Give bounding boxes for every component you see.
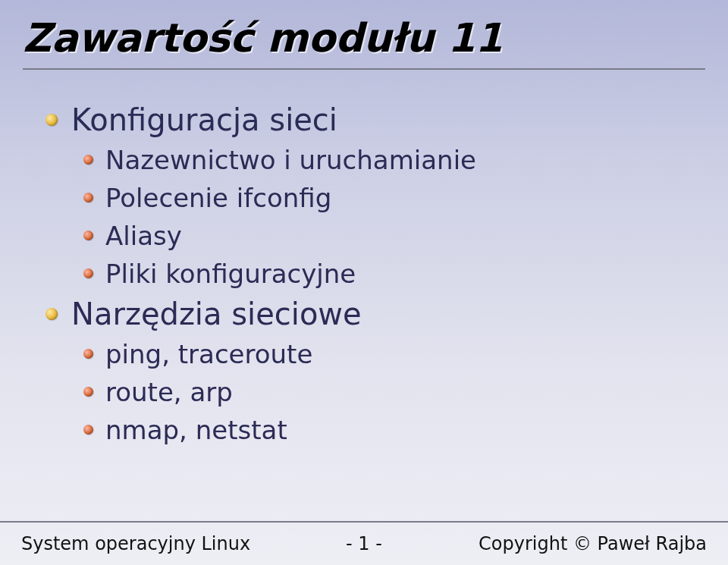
item-label: Konfiguracja sieci [71, 102, 337, 137]
item-label: ping, traceroute [105, 339, 312, 369]
title-wrap: Zawartość modułu 11 [23, 15, 705, 70]
item-label: nmap, netstat [105, 415, 287, 445]
item-label: route, arp [105, 377, 233, 407]
list-item: route, arp [83, 377, 698, 407]
bullet-icon [83, 268, 93, 278]
list-item: Konfiguracja sieci Nazewnictwo i urucham… [46, 102, 698, 289]
list-item: Pliki konfiguracyjne [83, 259, 698, 289]
bullet-icon [83, 231, 93, 240]
item-label: Pliki konfiguracyjne [105, 259, 356, 289]
item-label: Polecenie ifconfig [105, 183, 331, 213]
footer-right: Copyright © Paweł Rajba [479, 533, 707, 554]
footer-left: System operacyjny Linux [21, 533, 250, 554]
slide: Zawartość modułu 11 Konfiguracja sieci N… [0, 0, 728, 565]
list-item: Aliasy [83, 221, 698, 251]
bullet-icon [83, 193, 93, 202]
item-label: Nazewnictwo i uruchamianie [105, 145, 476, 175]
item-label: Aliasy [105, 221, 182, 251]
bullet-icon [46, 114, 58, 126]
bullet-icon [83, 387, 93, 397]
list-item: Nazewnictwo i uruchamianie [83, 145, 698, 175]
list-item: Polecenie ifconfig [83, 183, 698, 213]
list-item: ping, traceroute [83, 339, 698, 369]
slide-footer: System operacyjny Linux - 1 - Copyright … [0, 521, 728, 565]
list-item: nmap, netstat [83, 415, 698, 445]
bullet-list-level2: ping, traceroute route, arp nmap, netsta… [83, 339, 698, 445]
slide-title: Zawartość modułu 11 [23, 15, 705, 70]
bullet-list-level1: Konfiguracja sieci Nazewnictwo i urucham… [46, 102, 698, 445]
bullet-icon [83, 155, 93, 165]
bullet-icon [83, 425, 93, 435]
bullet-list-level2: Nazewnictwo i uruchamianie Polecenie ifc… [83, 145, 698, 289]
bullet-icon [83, 349, 93, 359]
slide-content: Konfiguracja sieci Nazewnictwo i urucham… [46, 102, 698, 453]
bullet-icon [46, 308, 58, 320]
item-label: Narzędzia sieciowe [71, 297, 362, 331]
list-item: Narzędzia sieciowe ping, traceroute rout… [46, 297, 698, 445]
